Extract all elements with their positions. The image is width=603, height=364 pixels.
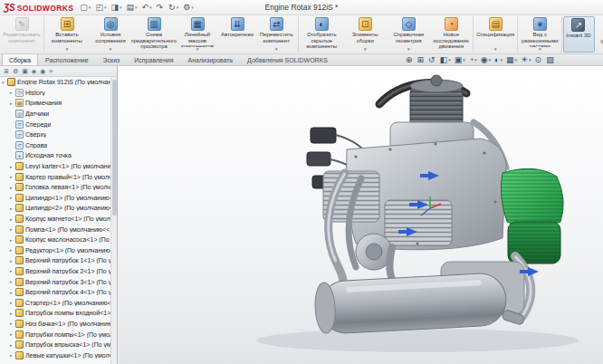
engine-3d-model[interactable] <box>119 66 603 364</box>
tree-item[interactable]: ▸ Стартер<1> (По умолчанию<< <box>0 297 110 308</box>
display-style-icon[interactable]: ◔▾ <box>467 56 479 64</box>
ribbon-button-label: Схема предварительного просмотра компоне… <box>131 32 177 50</box>
tree-item[interactable]: ▸ ◷ History <box>0 88 110 99</box>
new-document-icon[interactable]: ▢▾ <box>78 4 92 12</box>
tree-item-label: Примечания <box>25 100 62 106</box>
graphics-viewport[interactable] <box>119 66 603 364</box>
tree-item[interactable]: ▸ Головка левая<1> (По умолчани <box>0 182 110 193</box>
tree-root-item[interactable]: ▾ Engine Rotax 912iS (По умолчани <box>0 77 110 88</box>
tree-item-icon <box>15 278 24 286</box>
configuration-manager-tab-icon[interactable]: ▣ <box>22 68 28 74</box>
edit-component-button[interactable]: ✎ Редактировать компонент <box>1 16 44 53</box>
feature-manager-tab-icon[interactable]: ≣ <box>4 68 9 74</box>
tree-item[interactable]: ▸ Верхний патрубок 3<1> (По ум <box>0 276 110 287</box>
reference-geometry-button[interactable]: ◇ Справочная геометрия ▾ <box>387 16 430 53</box>
solidworks-logo: ƷS SOLIDWORKS <box>0 3 78 13</box>
edit-appearance-icon[interactable]: ◐▾ <box>493 56 504 64</box>
hide-show-items-icon[interactable]: ◉▾ <box>479 56 493 64</box>
tree-item[interactable]: ▸ Levyi karter<1> (По умолчанию <box>0 161 110 172</box>
tree-scrollbar[interactable] <box>110 77 117 364</box>
tree-item[interactable]: ▸ Помпа<1> (По умолчанию<< <box>0 224 110 235</box>
title-bar: ƷS SOLIDWORKS ▢▾ ◰▾ ◨▾ ▤▾ <box>0 0 603 15</box>
tree-item[interactable]: ▸ Низ бачка<1> (По умолчанию< <box>0 319 110 330</box>
tree-item-icon <box>15 351 24 359</box>
tree-item[interactable]: ▱ Справа <box>0 140 110 151</box>
view-settings-icon[interactable]: ☀▾ <box>519 56 533 64</box>
tree-item-label: Исходная точка <box>25 152 72 158</box>
muffler <box>314 273 508 335</box>
tree-item[interactable]: ▸ ▤ Примечания <box>0 98 110 109</box>
3d-views-icon[interactable]: ▧ <box>544 56 557 64</box>
tree-item[interactable]: ▸ Верхний патрубок 1<1> (По ум <box>0 255 110 266</box>
command-manager-ribbon: ✎ Редактировать компонент ⊞ Вставить ком… <box>0 15 603 54</box>
section-view-icon[interactable]: ◧▾ <box>438 56 453 64</box>
tree-item[interactable]: ▸ Цилиндр<1> (По умолчанию< <box>0 193 110 204</box>
assembly-features-button[interactable]: ⊡ Элементы сборки ▾ <box>343 16 387 53</box>
ribbon-button-label: Вид с разнесенными частями <box>521 32 559 47</box>
tree-item[interactable]: ▸ Патрубки помпы<1> (По умол <box>0 329 110 340</box>
feature-manager-panel: ≣ ⚙ ▣ ◈ ◉ » ▾ Engine Rotax 912iS (По умо… <box>0 66 118 364</box>
tree-item[interactable]: ▸ Патрубок впрыска<1> (По умо <box>0 340 110 350</box>
mates-button[interactable]: ◎ Условия сопряжения ▾ <box>89 16 132 53</box>
component-preview-button[interactable]: ▥ Схема предварительного просмотра компо… <box>132 16 176 53</box>
tree-item[interactable]: ▸ Редуктор<1> (По умолчанию< <box>0 245 110 256</box>
ribbon-button-icon: ▦ <box>191 17 205 31</box>
print-icon[interactable]: ▤▾ <box>124 4 139 12</box>
property-manager-tab-icon[interactable]: ⚙ <box>13 68 18 74</box>
tree-item-icon <box>15 267 24 275</box>
bill-of-materials-button[interactable]: ▤ Спецификация ▾ <box>474 16 518 53</box>
tree-item[interactable]: ▸ Цилиндр<2> (По умолчанию< <box>0 203 110 214</box>
camera-icon[interactable]: ⊙ <box>533 56 545 64</box>
tree-item[interactable]: ▸ Верхний патрубок 4<1> (По ум <box>0 287 110 298</box>
tree-item-label: Стартер<1> (По умолчанию<< <box>25 300 110 306</box>
expand-tabs-icon[interactable]: » <box>49 68 53 74</box>
tree-item[interactable]: ◎ Датчики <box>0 109 110 120</box>
tab-assembly[interactable]: Сборка <box>2 53 38 65</box>
update-speedpak-button[interactable]: ↻ Обновить узлы сборки SpeedPak <box>596 16 603 53</box>
tab-sketch[interactable]: Эскиз <box>96 53 128 65</box>
linear-pattern-button[interactable]: ▦ Линейный массив компонентов ▾ <box>176 16 219 53</box>
ribbon-button-icon: ∗ <box>533 17 547 31</box>
scrollbar-thumb[interactable] <box>112 80 117 216</box>
tab-layout[interactable]: Расположение <box>38 53 96 65</box>
tree-item[interactable]: ▱ Сверху <box>0 129 110 140</box>
save-icon[interactable]: ◨▾ <box>109 4 123 12</box>
tree-item[interactable]: ▸ Патрубок помпы входной<1> ( <box>0 308 110 319</box>
tab-markup[interactable]: Исправления <box>127 53 180 65</box>
tree-item-icon <box>15 288 24 296</box>
tree-item[interactable]: ▸ Корпус маслонасоса<1> (По у <box>0 235 110 245</box>
tree-item[interactable]: ▸ Верхний патрубок 2<1> (По ум <box>0 266 110 277</box>
tab-solidworks-addins[interactable]: Добавления SOLIDWORKS <box>240 53 335 65</box>
move-component-button[interactable]: ⇄ Переместить компонент ▾ <box>255 16 299 53</box>
tab-evaluate[interactable]: Анализировать <box>181 53 241 65</box>
tree-item-icon <box>15 256 24 264</box>
exploded-view-button[interactable]: ∗ Вид с разнесенными частями ▾ <box>519 16 562 53</box>
instant3d-button[interactable]: ↗ Instant 3D <box>563 16 594 53</box>
view-orientation-icon[interactable]: ▣▾ <box>453 56 467 64</box>
tree-item[interactable]: + Исходная точка <box>0 150 110 161</box>
apply-scene-icon[interactable]: ▦▾ <box>504 56 519 64</box>
show-hidden-components-button[interactable]: ◐ Отобразить скрытые компоненты <box>300 16 343 53</box>
tree-item[interactable]: ▸ Корпус магнето<1> (По умолч <box>0 214 110 225</box>
tree-item-label: Левые катушки<1> (По умолча <box>25 352 110 359</box>
tree-item[interactable]: ▱ Спереди <box>0 119 110 129</box>
display-manager-tab-icon[interactable]: ◉ <box>40 68 45 74</box>
tree-item-label: Корпус маслонасоса<1> (По у <box>25 236 110 243</box>
tree-item[interactable]: ▸ Картер правый<1> (По умолча <box>0 171 110 182</box>
undo-icon[interactable]: ↶▾ <box>139 4 153 12</box>
dimxpert-manager-tab-icon[interactable]: ◈ <box>32 68 36 74</box>
previous-view-icon[interactable]: ↺ <box>426 56 438 64</box>
insert-components-button[interactable]: ⊞ Вставить компоненты ▾ <box>45 16 89 53</box>
chevron-down-icon: ▾ <box>539 47 541 52</box>
tree-item-icon: ▱ <box>15 130 24 139</box>
tree-item[interactable]: ▸ Левые катушки<1> (По умолча <box>0 350 110 360</box>
zoom-area-icon[interactable]: ⊞ <box>416 56 427 64</box>
new-motion-study-button[interactable]: ◔ Новое исследование движения <box>430 16 474 53</box>
open-document-icon[interactable]: ◰▾ <box>93 4 108 12</box>
zoom-fit-icon[interactable]: ⊕ <box>404 56 416 64</box>
green-gearbox-housings <box>501 168 563 263</box>
chevron-down-icon: ▾ <box>66 47 69 52</box>
smart-fasteners-button[interactable]: ⇊ Автокрепежи <box>219 16 255 53</box>
ribbon-button-label: Вставить компоненты <box>47 32 87 43</box>
ribbon-button-label: Новое исследование движения <box>432 32 470 50</box>
